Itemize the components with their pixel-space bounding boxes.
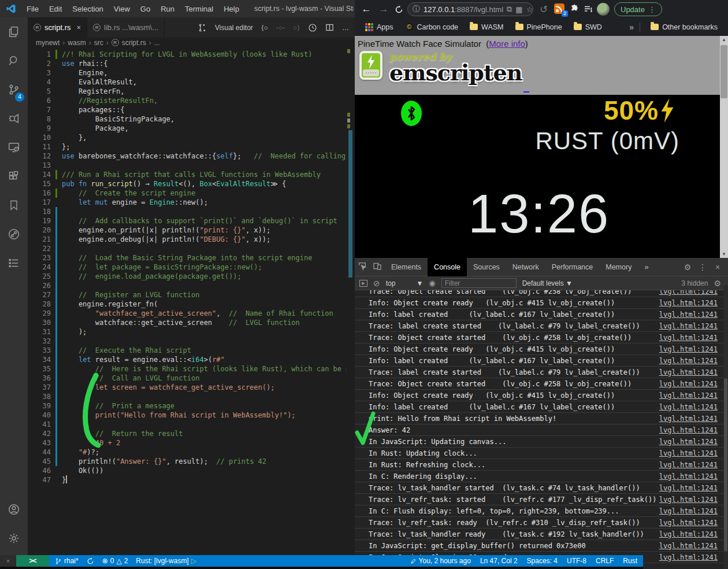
devtools-menu-icon[interactable]: ⋮ [696, 263, 710, 272]
bookmark-apps[interactable]: Apps [361, 23, 398, 31]
site-info-icon[interactable]: ⓘ [413, 4, 420, 14]
code-editor[interactable]: 1//! Rhai Scripting for LVGL in WebAssem… [28, 47, 355, 555]
update-menu-icon[interactable]: ⋮ [648, 5, 656, 14]
source-link[interactable]: lvgl.html:1241 [659, 449, 718, 457]
history-icon[interactable]: ↺ [537, 3, 551, 16]
git-graph-icon[interactable] [0, 220, 28, 249]
page-scrollbar[interactable]: ▲ ▼ [720, 36, 728, 258]
explorer-icon[interactable] [0, 17, 28, 46]
source-link[interactable]: lvgl.html:1241 [659, 299, 718, 307]
qr-grid-icon[interactable]: ▦ [515, 5, 522, 14]
watchface-canvas[interactable]: 50% RUST (0mV) 13:26 [355, 95, 720, 258]
menu-edit[interactable]: Edit [44, 3, 66, 15]
git-branch-item[interactable]: rhai* [55, 557, 79, 565]
breadcrumb[interactable]: mynewt›wasm›src›Rscript.rs›... [28, 38, 355, 47]
sync-icon[interactable] [87, 557, 94, 565]
problems-item[interactable]: ⊗0 △2 [102, 557, 128, 565]
source-link[interactable]: lvgl.html:1241 [659, 380, 718, 388]
source-link[interactable]: lvgl.html:1241 [659, 403, 718, 411]
source-link[interactable]: lvgl.html:1241 [659, 530, 718, 538]
menu-run[interactable]: Run [156, 3, 179, 15]
extensions-puzzle-icon[interactable] [569, 4, 580, 14]
back-icon[interactable]: ⟨○ [261, 24, 268, 32]
status-crlf[interactable]: CRLF [596, 557, 614, 565]
source-link[interactable]: lvgl.html:1241 [659, 542, 718, 550]
profile-avatar[interactable] [597, 3, 610, 16]
close-tab-icon[interactable]: × [77, 23, 81, 32]
update-button[interactable]: Update ⋮ [614, 2, 662, 16]
log-levels-selector[interactable]: Default levels ▼ [522, 279, 573, 287]
account-icon[interactable] [0, 495, 28, 524]
console-filter-input[interactable] [441, 278, 517, 288]
devtools-tab-[interactable]: » [638, 258, 655, 276]
breadcrumb-item[interactable]: script.rs [122, 39, 146, 47]
bookmark-wasm[interactable]: WASM [465, 23, 508, 31]
more-actions-icon[interactable]: … [342, 24, 349, 32]
source-link[interactable]: lvgl.html:1241 [659, 519, 718, 527]
menu-terminal[interactable]: Terminal [180, 3, 218, 15]
forward-icon[interactable]: → [377, 3, 391, 15]
bookmark-carbon-code[interactable]: ©Carbon code [400, 23, 463, 31]
source-link[interactable]: lvgl.html:1241 [659, 553, 718, 561]
source-link[interactable]: lvgl.html:1241 [659, 415, 718, 423]
clear-console-icon[interactable]: ⊘ [373, 279, 380, 288]
remote-indicator[interactable]: >< [16, 555, 49, 567]
bookmark-other-bookmarks[interactable]: Other bookmarks [646, 23, 722, 31]
menu-go[interactable]: Go [136, 3, 155, 15]
console-sidebar-icon[interactable]: ▶ [359, 280, 367, 287]
more-info-link[interactable]: More info [489, 39, 525, 49]
source-link[interactable]: lvgl.html:1241 [659, 391, 718, 400]
scrollbar-thumb[interactable] [720, 45, 727, 98]
status-rust[interactable]: Rust [623, 557, 637, 565]
menu-file[interactable]: File [22, 3, 43, 15]
console-settings-icon[interactable]: ⚙ [714, 279, 723, 288]
cast-icon[interactable]: ⧉ [507, 5, 512, 14]
status-spaces-4[interactable]: Spaces: 4 [527, 557, 558, 565]
source-link[interactable]: lvgl.html:1241 [659, 368, 718, 376]
status-ln-47-col-2[interactable]: Ln 47, Col 2 [480, 557, 518, 565]
rss-extension-icon[interactable]: 2 [554, 3, 566, 15]
devtools-tab-console[interactable]: Console [428, 258, 467, 276]
scroll-down-icon[interactable]: ▼ [720, 250, 728, 258]
menu-view[interactable]: View [109, 3, 135, 15]
source-link[interactable]: lvgl.html:1241 [659, 357, 718, 365]
bookmark-star-icon[interactable]: ☆ [526, 5, 533, 14]
split-editor-icon[interactable] [325, 23, 334, 32]
remote-explorer-icon[interactable] [0, 133, 28, 162]
settings-gear-icon[interactable] [0, 524, 28, 553]
status-corner-icon[interactable]: × [0, 555, 16, 567]
breadcrumb-item[interactable]: wasm [68, 39, 86, 47]
back-icon[interactable]: ← [359, 3, 373, 15]
devtools-tab-elements[interactable]: Elements [385, 258, 428, 276]
scroll-up-icon[interactable]: ▲ [720, 36, 728, 43]
status-you-2-hours-ago[interactable]: You, 2 hours ago [410, 557, 471, 565]
compare-changes-icon[interactable] [198, 23, 207, 32]
visual-editor-button[interactable]: Visual editor [215, 24, 253, 32]
task-item[interactable]: Rust: [lvgl-wasm] ▷ [136, 557, 196, 565]
source-link[interactable]: lvgl.html:1241 [659, 345, 718, 353]
inspect-element-icon[interactable] [355, 261, 370, 272]
source-link[interactable]: lvgl.html:1241 [659, 507, 718, 515]
reading-list-icon[interactable] [583, 4, 593, 14]
context-selector[interactable]: top▼ [386, 279, 424, 287]
tab-script-rs[interactable]: R script.rs × [28, 17, 87, 38]
run-debug-icon[interactable] [0, 104, 28, 133]
devtools-close-icon[interactable]: × [711, 263, 725, 272]
menu-selection[interactable]: Selection [68, 3, 107, 15]
run-file-icon[interactable] [308, 23, 317, 32]
source-link[interactable]: lvgl.html:1241 [659, 322, 718, 330]
forward-icon[interactable]: ○⟩ [293, 24, 300, 32]
status-utf-8[interactable]: UTF-8 [567, 557, 586, 565]
bookmarks-overflow-icon[interactable]: » [629, 23, 634, 32]
search-icon[interactable] [0, 46, 28, 75]
eye-icon[interactable]: ◉ [429, 279, 435, 287]
menu-help[interactable]: Help [219, 3, 244, 15]
source-link[interactable]: lvgl.html:1241 [659, 438, 718, 446]
scrollbar-thumb[interactable] [724, 378, 727, 552]
reload-icon[interactable] [394, 5, 404, 14]
console-scrollbar[interactable] [723, 286, 728, 569]
source-link[interactable]: lvgl.html:1241 [659, 461, 718, 469]
source-link[interactable]: lvgl.html:1241 [659, 496, 718, 504]
source-control-icon[interactable]: 4 [0, 75, 28, 104]
devtools-tab-memory[interactable]: Memory [599, 258, 638, 276]
